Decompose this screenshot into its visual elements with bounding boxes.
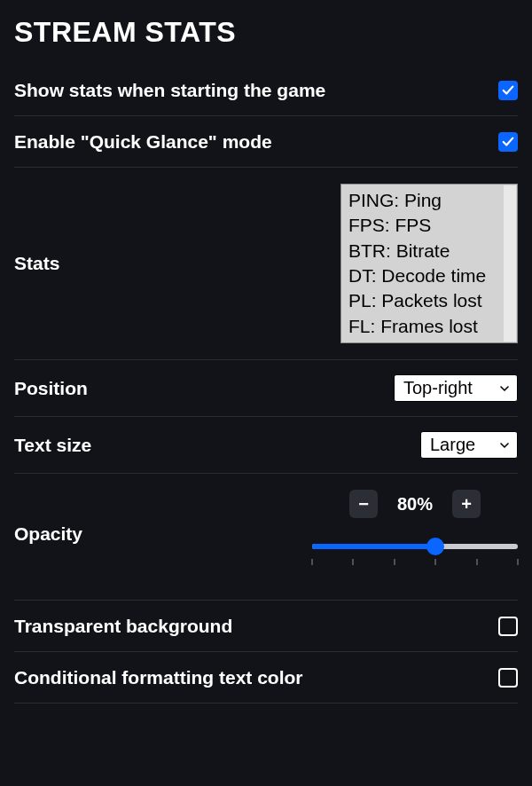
slider-tick <box>353 559 354 565</box>
transparent-bg-label: Transparent background <box>14 616 232 637</box>
slider-tick <box>312 559 313 565</box>
stats-scrollbar[interactable] <box>504 185 516 342</box>
row-text-size: Text size Large <box>14 417 518 474</box>
position-label: Position <box>14 378 88 399</box>
quick-glance-checkbox[interactable] <box>498 132 518 152</box>
stats-list-item[interactable]: BTR: Bitrate <box>348 239 517 263</box>
opacity-increment-button[interactable]: + <box>452 490 481 518</box>
stats-list-item[interactable]: PING: Ping <box>348 188 517 213</box>
slider-fill <box>312 544 435 549</box>
stats-list-item[interactable]: FPS: FPS <box>348 213 517 238</box>
stats-list-item[interactable]: PL: Packets lost <box>348 288 517 313</box>
slider-tick <box>518 559 519 565</box>
row-position: Position Top-right <box>14 360 518 417</box>
text-size-label: Text size <box>14 435 91 456</box>
text-size-select-value: Large <box>430 435 475 455</box>
row-conditional-formatting: Conditional formatting text color <box>14 652 518 703</box>
position-select[interactable]: Top-right <box>394 374 518 402</box>
slider-tick <box>435 559 436 565</box>
check-icon <box>502 84 514 97</box>
stats-list-item[interactable]: FL: Frames lost <box>348 314 517 339</box>
opacity-label: Opacity <box>14 523 82 545</box>
stats-listbox[interactable]: PING: PingFPS: FPSBTR: BitrateDT: Decode… <box>340 184 518 343</box>
slider-ticks <box>312 559 518 566</box>
quick-glance-label: Enable "Quick Glance" mode <box>14 131 272 153</box>
check-icon <box>502 136 514 148</box>
transparent-bg-checkbox[interactable] <box>498 617 518 636</box>
cond-fmt-checkbox[interactable] <box>498 668 518 688</box>
stats-list-item[interactable]: DT: Decode time <box>348 263 517 288</box>
show-stats-checkbox[interactable] <box>498 81 518 100</box>
slider-tick <box>394 559 395 565</box>
section-title: STREAM STATS <box>14 16 518 49</box>
opacity-decrement-button[interactable]: − <box>349 490 378 518</box>
slider-thumb[interactable] <box>426 538 444 555</box>
opacity-value: 80% <box>392 494 438 515</box>
row-show-stats-on-start: Show stats when starting the game <box>14 65 518 116</box>
text-size-select[interactable]: Large <box>420 431 518 459</box>
row-transparent-background: Transparent background <box>14 601 518 652</box>
position-select-value: Top-right <box>403 378 473 398</box>
chevron-down-icon <box>499 383 510 394</box>
cond-fmt-label: Conditional formatting text color <box>14 667 303 688</box>
opacity-slider[interactable] <box>312 538 518 555</box>
show-stats-label: Show stats when starting the game <box>14 80 325 101</box>
stats-label: Stats <box>14 253 59 274</box>
row-quick-glance: Enable "Quick Glance" mode <box>14 116 518 168</box>
row-opacity: Opacity − 80% + <box>14 474 518 601</box>
opacity-stepper: − 80% + <box>312 490 518 518</box>
row-stats: Stats PING: PingFPS: FPSBTR: BitrateDT: … <box>14 168 518 360</box>
slider-tick <box>476 559 477 565</box>
chevron-down-icon <box>499 440 510 451</box>
